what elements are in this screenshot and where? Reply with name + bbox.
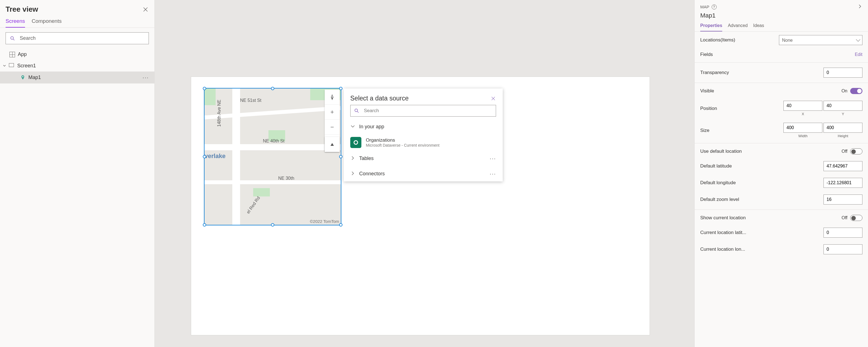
section-in-your-app[interactable]: In your app bbox=[344, 119, 503, 134]
prop-default-loc-state: Off bbox=[842, 149, 847, 154]
tab-properties[interactable]: Properties bbox=[700, 22, 722, 31]
prop-lon-label: Default longitude bbox=[700, 180, 736, 186]
map-controls-overlay: + − bbox=[325, 90, 340, 152]
prop-lat-input[interactable] bbox=[824, 161, 862, 171]
map-content[interactable]: 148th Ave NE NE 51st St NE 40th St NE 30… bbox=[205, 89, 341, 225]
resize-handle[interactable] bbox=[339, 155, 342, 158]
tab-ideas[interactable]: Ideas bbox=[753, 22, 764, 31]
prop-position-y-sub: Y bbox=[842, 112, 844, 116]
tree-app-label: App bbox=[18, 52, 27, 57]
tree-view-panel: Tree view Screens Components App Screen1 bbox=[0, 0, 155, 347]
map-icon bbox=[20, 75, 26, 81]
more-icon[interactable]: ··· bbox=[490, 170, 496, 177]
popup-search-input[interactable] bbox=[350, 105, 496, 116]
control-type: MAP bbox=[700, 4, 709, 9]
map-pitch-button[interactable] bbox=[325, 137, 340, 152]
section-label: Tables bbox=[359, 156, 374, 161]
map-zoom-out-button[interactable]: − bbox=[325, 120, 340, 135]
popup-search[interactable] bbox=[350, 105, 496, 117]
chevron-right-icon[interactable] bbox=[858, 4, 862, 10]
section-label: Connectors bbox=[359, 171, 385, 177]
map-control[interactable]: 148th Ave NE NE 51st St NE 40th St NE 30… bbox=[205, 89, 341, 225]
tree-search[interactable] bbox=[6, 32, 149, 44]
prop-size-label: Size bbox=[700, 128, 709, 133]
more-icon[interactable]: ··· bbox=[143, 74, 149, 81]
prop-position-y-input[interactable] bbox=[824, 101, 862, 111]
popup-title: Select a data source bbox=[350, 95, 409, 102]
chevron-down-icon bbox=[3, 63, 6, 69]
prop-size-h-input[interactable] bbox=[824, 123, 862, 133]
section-connectors[interactable]: Connectors ··· bbox=[344, 166, 503, 182]
prop-show-cur-toggle[interactable] bbox=[850, 215, 862, 221]
control-name: Map1 bbox=[695, 11, 868, 22]
tab-screens[interactable]: Screens bbox=[6, 17, 25, 28]
map-compass-button[interactable] bbox=[325, 90, 340, 105]
map-label-street2: NE 40th St bbox=[263, 138, 284, 144]
section-label: In your app bbox=[359, 124, 384, 130]
tree-screen-row[interactable]: Screen1 bbox=[0, 60, 154, 71]
search-icon bbox=[10, 36, 15, 41]
prop-size-w-input[interactable] bbox=[783, 123, 823, 133]
map-zoom-in-button[interactable]: + bbox=[325, 105, 340, 120]
prop-position-label: Position bbox=[700, 106, 717, 111]
item-subtitle: Microsoft Dataverse - Current environmen… bbox=[366, 143, 440, 148]
prop-cur-lat-input[interactable] bbox=[824, 228, 862, 238]
tab-advanced[interactable]: Advanced bbox=[728, 22, 747, 31]
resize-handle[interactable] bbox=[203, 155, 206, 158]
tree-map-row[interactable]: Map1 ··· bbox=[0, 71, 154, 84]
prop-zoom-input[interactable] bbox=[824, 194, 862, 204]
item-title: Organizations bbox=[366, 137, 440, 143]
prop-fields-edit-link[interactable]: Edit bbox=[855, 52, 862, 57]
svg-point-1 bbox=[22, 76, 23, 77]
prop-size-w-sub: Width bbox=[798, 134, 807, 138]
resize-handle[interactable] bbox=[203, 87, 206, 90]
tree-view-title: Tree view bbox=[6, 5, 38, 13]
prop-visible-toggle[interactable] bbox=[850, 88, 862, 94]
search-icon bbox=[354, 108, 360, 114]
prop-transparency-input[interactable] bbox=[824, 68, 862, 77]
properties-panel: MAP ? Map1 Properties Advanced Ideas Loc… bbox=[694, 0, 868, 347]
prop-cur-lon-input[interactable] bbox=[824, 244, 862, 254]
prop-lon-input[interactable] bbox=[824, 178, 862, 188]
dataverse-icon bbox=[350, 137, 362, 148]
resize-handle[interactable] bbox=[339, 87, 342, 90]
prop-locations-label: Locations(Items) bbox=[700, 37, 735, 43]
screen-canvas[interactable]: 148th Ave NE NE 51st St NE 40th St NE 30… bbox=[191, 76, 650, 335]
section-tables[interactable]: Tables ··· bbox=[344, 151, 503, 166]
canvas-area: 148th Ave NE NE 51st St NE 40th St NE 30… bbox=[155, 0, 694, 347]
resize-handle[interactable] bbox=[203, 223, 206, 226]
prop-visible-label: Visible bbox=[700, 88, 714, 94]
prop-position-x-sub: X bbox=[802, 112, 804, 116]
prop-zoom-label: Default zoom level bbox=[700, 197, 739, 202]
tab-components[interactable]: Components bbox=[32, 17, 62, 28]
chevron-right-icon bbox=[350, 171, 355, 177]
svg-point-2 bbox=[355, 109, 358, 112]
prop-position-x-input[interactable] bbox=[783, 101, 823, 111]
close-icon[interactable] bbox=[491, 96, 496, 101]
app-icon bbox=[9, 52, 15, 57]
resize-handle[interactable] bbox=[271, 223, 274, 226]
map-label-road: el Red Rd bbox=[246, 196, 261, 215]
prop-locations-select[interactable]: None bbox=[779, 35, 862, 45]
map-label-place: verlake bbox=[205, 153, 226, 160]
close-icon[interactable] bbox=[142, 6, 149, 13]
tree-map-label: Map1 bbox=[28, 74, 41, 81]
prop-cur-lon-label: Current location lon... bbox=[700, 247, 745, 252]
data-source-popup: Select a data source In your app bbox=[344, 89, 503, 182]
map-label-avenue: 148th Ave NE bbox=[217, 100, 222, 127]
chevron-down-icon bbox=[350, 124, 355, 130]
prop-size-h-sub: Height bbox=[838, 134, 848, 138]
tree-app-row[interactable]: App bbox=[0, 49, 154, 60]
more-icon[interactable]: ··· bbox=[490, 155, 496, 162]
resize-handle[interactable] bbox=[339, 223, 342, 226]
prop-default-loc-toggle[interactable] bbox=[850, 148, 862, 154]
resize-handle[interactable] bbox=[271, 87, 274, 90]
prop-default-loc-label: Use default location bbox=[700, 149, 742, 154]
prop-cur-lat-label: Current location latit... bbox=[700, 230, 746, 235]
map-label-street3: NE 30th bbox=[278, 176, 294, 181]
tree-search-input[interactable] bbox=[6, 33, 149, 44]
prop-visible-state: On bbox=[842, 89, 847, 94]
data-source-organizations[interactable]: Organizations Microsoft Dataverse - Curr… bbox=[344, 134, 503, 151]
help-icon[interactable]: ? bbox=[712, 4, 717, 9]
prop-show-cur-state: Off bbox=[842, 215, 847, 220]
